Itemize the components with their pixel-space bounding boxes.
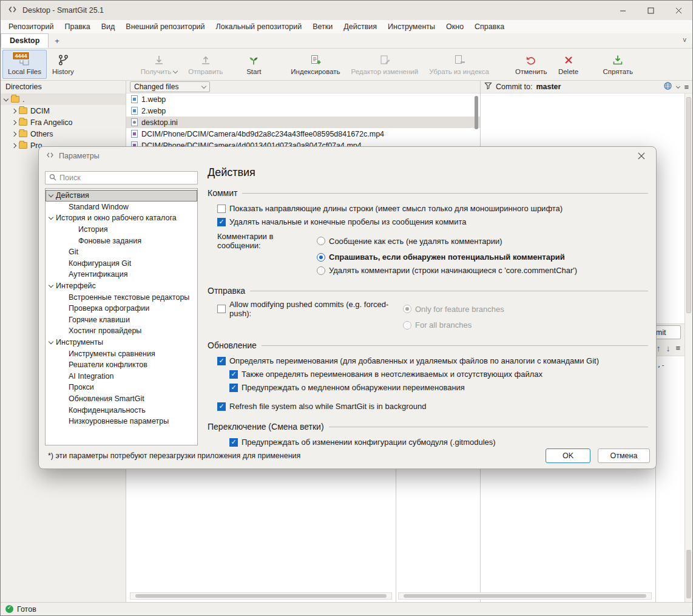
push-button[interactable]: Отправить: [183, 50, 228, 79]
dialog-close-icon[interactable]: [634, 149, 649, 163]
settings-tree-item[interactable]: Фоновые задания: [46, 235, 197, 246]
menu-repository[interactable]: Репозиторий: [3, 20, 59, 33]
radio-unchecked-icon[interactable]: [317, 237, 325, 245]
next-change-icon[interactable]: [666, 344, 670, 353]
minimize-button[interactable]: [609, 1, 637, 20]
settings-tree-item[interactable]: Низкоуровневые параметры: [46, 416, 197, 427]
stage-button[interactable]: Индексировать: [285, 50, 345, 79]
delete-button[interactable]: Delete: [553, 50, 584, 79]
menu-view[interactable]: Вид: [96, 20, 121, 33]
settings-tree-item[interactable]: Хостинг провайдеры: [46, 325, 197, 337]
radio-disabled-icon[interactable]: [403, 321, 411, 330]
file-row[interactable]: 1.webp: [126, 93, 480, 105]
menu-tools[interactable]: Инструменты: [382, 20, 441, 33]
start-button[interactable]: Start: [238, 50, 269, 79]
settings-tree-item[interactable]: Интерфейс: [46, 280, 197, 292]
scrollbar-thumb[interactable]: [404, 594, 646, 598]
directory-row[interactable]: DCIM: [1, 105, 126, 117]
menu-edit[interactable]: Правка: [59, 20, 96, 33]
radio-remove-comments[interactable]: Удалять комментарии (строки начинающиеся…: [317, 264, 648, 277]
search-input[interactable]: [59, 174, 194, 182]
settings-tree-item[interactable]: AI Integration: [46, 371, 197, 382]
checkbox-detect-renames[interactable]: Определять переименования (для добавленн…: [217, 354, 648, 367]
settings-tree-item[interactable]: Прокси: [46, 382, 197, 393]
settings-tree-item-actions[interactable]: Действия: [46, 190, 197, 201]
history-button[interactable]: History: [47, 50, 79, 79]
chevron-right-icon[interactable]: [12, 120, 16, 124]
settings-tree-item[interactable]: Инструменты сравнения: [46, 348, 197, 359]
settings-tree-item[interactable]: Встроенные текстовые редакторы: [46, 291, 197, 303]
checkbox-checked-icon[interactable]: [217, 357, 226, 365]
checkbox-warn-submodule-config[interactable]: Предупреждать об изменении конфигурации …: [229, 436, 648, 448]
checkbox-checked-icon[interactable]: [217, 218, 226, 226]
undo-button[interactable]: Отменить: [510, 50, 553, 79]
radio-disabled-checked-icon[interactable]: [403, 305, 411, 313]
settings-tree-item[interactable]: Инструменты: [46, 337, 197, 348]
checkbox-unchecked-icon[interactable]: [217, 205, 226, 213]
menu-actions[interactable]: Действия: [338, 20, 382, 33]
cancel-button[interactable]: Отмена: [598, 448, 650, 463]
checkbox-checked-icon[interactable]: [229, 438, 238, 447]
checkbox-show-length-guides[interactable]: Показать направляющие длины строки (имее…: [217, 202, 648, 215]
settings-tree-item[interactable]: Git: [46, 246, 197, 258]
chevron-right-icon[interactable]: [12, 108, 16, 113]
checkbox-checked-icon[interactable]: [229, 384, 238, 392]
scrollbar-thumb[interactable]: [686, 550, 691, 598]
menu-help[interactable]: Справка: [469, 20, 510, 33]
file-row[interactable]: 2.webp: [126, 105, 480, 117]
pull-button[interactable]: Получить: [135, 50, 183, 79]
menu-remote-repository[interactable]: Внешний репозиторий: [120, 20, 210, 33]
settings-tree-item[interactable]: Standard Window: [46, 201, 197, 213]
tab-overflow-button[interactable]: v: [683, 36, 687, 43]
unstage-button[interactable]: Убрать из индекса: [424, 50, 495, 79]
settings-tree-item[interactable]: Решатели конфликтов: [46, 359, 197, 371]
settings-tree-item[interactable]: Горячие клавиши: [46, 314, 197, 326]
tab-desktop[interactable]: Desktop: [1, 33, 49, 48]
globe-icon[interactable]: [663, 81, 672, 92]
close-button[interactable]: [664, 1, 692, 20]
directory-row-root[interactable]: .: [1, 93, 126, 105]
change-editor-button[interactable]: Редактор изменений: [346, 50, 424, 79]
menu-branches[interactable]: Ветки: [307, 20, 338, 33]
chevron-down-icon[interactable]: [676, 84, 680, 88]
stash-button[interactable]: Спрятать: [598, 50, 639, 79]
checkbox-strip-whitespace[interactable]: Удалять начальные и конечные пробелы из …: [217, 215, 648, 228]
settings-tree-item[interactable]: Аутентификация: [46, 269, 197, 280]
ok-button[interactable]: OK: [546, 448, 590, 463]
checkbox-refresh-background[interactable]: Refresh file system also while SmartGit …: [217, 400, 648, 413]
filter-funnel-icon[interactable]: [484, 82, 492, 92]
menu-window[interactable]: Окно: [441, 20, 469, 33]
files-vertical-scrollbar[interactable]: [475, 96, 478, 129]
chevron-right-icon[interactable]: [12, 131, 16, 136]
horizontal-scrollbar[interactable]: [398, 592, 652, 600]
settings-tree-item[interactable]: История и окно рабочего каталога: [46, 212, 197, 224]
radio-checked-icon[interactable]: [317, 253, 325, 262]
menu-hamburger-icon[interactable]: ≡: [675, 344, 680, 352]
settings-tree-item[interactable]: Конфиденциальность: [46, 404, 197, 416]
checkbox-checked-icon[interactable]: [217, 402, 226, 411]
horizontal-scrollbar[interactable]: [130, 592, 392, 600]
chevron-down-icon[interactable]: [4, 96, 8, 101]
directory-row[interactable]: Others: [1, 128, 126, 140]
checkbox-checked-icon[interactable]: [229, 370, 238, 379]
menu-local-repository[interactable]: Локальный репозиторий: [211, 20, 308, 33]
settings-tree-item[interactable]: Конфигурация Git: [46, 258, 197, 269]
file-row[interactable]: DCIM/Phone/DCIM/Camera/4bd9d2a8c234a43ff…: [126, 128, 480, 140]
directory-row[interactable]: Fra Angelico: [1, 117, 126, 128]
radio-ask-comment[interactable]: Спрашивать, если обнаружен потенциальный…: [317, 251, 648, 263]
settings-tree-item[interactable]: История: [46, 224, 197, 235]
file-row-selected[interactable]: desktop.ini: [126, 117, 480, 128]
settings-tree-item[interactable]: Проверка орфографии: [46, 303, 197, 314]
local-files-button[interactable]: 4444 Local Files: [2, 50, 47, 79]
chevron-right-icon[interactable]: [12, 143, 16, 147]
previous-change-icon[interactable]: [656, 344, 660, 353]
settings-tree-item[interactable]: Обновления SmartGit: [46, 393, 197, 405]
maximize-button[interactable]: [637, 1, 664, 20]
radio-all-branches[interactable]: For all branches: [403, 319, 648, 331]
menu-hamburger-icon[interactable]: ≡: [684, 83, 689, 91]
scrollbar-thumb[interactable]: [135, 594, 387, 598]
radio-unchecked-icon[interactable]: [317, 266, 325, 275]
new-tab-button[interactable]: +: [49, 33, 66, 48]
checkbox-warn-slow-renames[interactable]: Предупреждать о медленном обнаружении пе…: [229, 381, 648, 394]
scrollbar-thumb[interactable]: [686, 97, 691, 313]
